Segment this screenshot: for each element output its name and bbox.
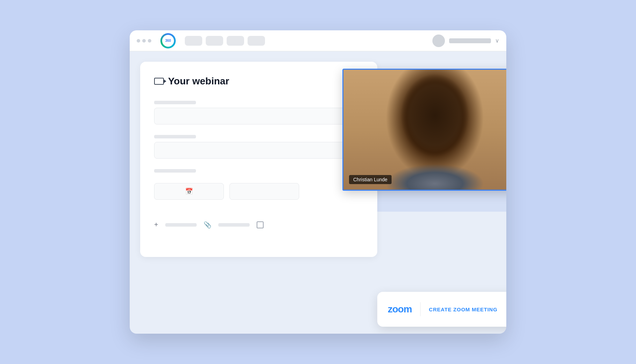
add-icon[interactable]: + [154, 221, 158, 229]
nav-tab-4[interactable] [248, 36, 265, 46]
field-3-label [154, 169, 196, 173]
browser-window: 360 ∨ Your webinar [130, 30, 506, 334]
form-field-2 [154, 135, 363, 159]
video-overlay: Christian Lunde [342, 69, 506, 191]
field-1-label [154, 101, 196, 104]
divider [420, 302, 421, 316]
header-right: ∨ [432, 35, 499, 47]
checkbox-icon[interactable] [257, 221, 264, 228]
field-2-label [154, 135, 196, 138]
browser-titlebar: 360 ∨ [130, 30, 506, 51]
video-person [343, 70, 506, 190]
logo-text: 360 [165, 39, 171, 43]
zoom-action-card: zoom CREATE ZOOM MEETING [377, 292, 506, 327]
form-field-1 [154, 101, 363, 124]
avatar [432, 35, 445, 47]
attachment-icon[interactable]: 📎 [204, 221, 211, 229]
field-2-input[interactable] [154, 142, 356, 159]
webinar-title: Your webinar [168, 76, 229, 87]
video-camera-icon [154, 78, 164, 85]
bottom-toolbar: + 📎 [154, 214, 363, 229]
form-field-3: 📅 [154, 169, 363, 200]
main-card: Your webinar 📅 [140, 62, 377, 257]
dot-2 [142, 39, 146, 43]
field-1-input[interactable] [154, 108, 356, 124]
dot-1 [137, 39, 140, 43]
browser-content: Your webinar 📅 [130, 51, 506, 334]
create-zoom-meeting-button[interactable]: CREATE ZOOM MEETING [429, 306, 497, 312]
calendar-icon: 📅 [185, 188, 193, 195]
nav-tabs [185, 36, 265, 46]
nav-tab-3[interactable] [227, 36, 244, 46]
date-time-row: 📅 [154, 183, 363, 200]
browser-dots [137, 39, 151, 43]
toolbar-item-1 [165, 223, 197, 227]
chevron-down-icon[interactable]: ∨ [495, 37, 499, 44]
app-logo: 360 [160, 33, 176, 48]
nav-tab-2[interactable] [206, 36, 223, 46]
date-input[interactable]: 📅 [154, 183, 224, 200]
toolbar-item-2 [218, 223, 250, 227]
user-name-placeholder [449, 38, 491, 43]
dot-3 [148, 39, 151, 43]
video-face [343, 70, 506, 190]
nav-tab-1[interactable] [185, 36, 202, 46]
participant-name-badge: Christian Lunde [349, 175, 392, 184]
webinar-title-row: Your webinar [154, 76, 363, 87]
zoom-logo: zoom [388, 304, 412, 315]
time-input[interactable] [229, 183, 299, 200]
video-background [343, 70, 506, 190]
